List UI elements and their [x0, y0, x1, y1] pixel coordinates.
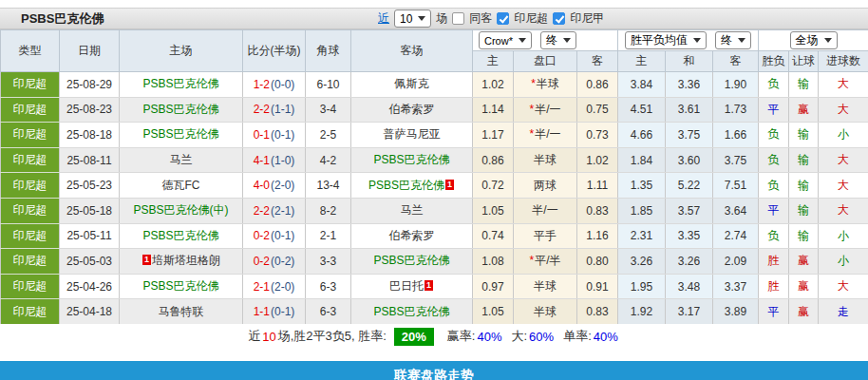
team-name[interactable]: PSBS巴克伦佛: [142, 229, 218, 242]
page: PSBS巴克伦佛 近 10 场 同客 印尼超 印尼甲 类型: [0, 0, 868, 380]
team-name[interactable]: PSBS巴克伦佛: [368, 179, 444, 192]
eu-home-odds-cell: 3.26: [618, 249, 666, 275]
corner-cell: 6-3: [306, 299, 351, 325]
team-name[interactable]: 德瓦FC: [162, 179, 200, 192]
home-team-cell: PSBS巴克伦佛: [120, 274, 243, 299]
team-name[interactable]: 佩斯克: [395, 77, 429, 90]
home-team-cell: 1培斯塔坦格朗: [120, 249, 243, 275]
corner-cell: 3-3: [306, 249, 351, 275]
team-name[interactable]: PSBS巴克伦佛(中): [133, 203, 228, 217]
eu-away-odds-cell: 3.89: [713, 299, 759, 325]
chevron-down-icon: [693, 38, 701, 43]
handicap-result-cell: 赢: [789, 97, 819, 123]
goals-result-cell: 大: [819, 72, 868, 98]
team-name[interactable]: PSBS巴克伦佛: [142, 77, 218, 90]
team-name[interactable]: 伯希索罗: [389, 103, 435, 116]
same-away-checkbox[interactable]: [452, 12, 464, 25]
table-row: 印尼超25-04-18马鲁特联1-1(0-1)6-3PSBS巴克伦佛1.05半球…: [1, 299, 868, 325]
eu-draw-odds-cell: 3.57: [666, 198, 713, 223]
odds-avg-select[interactable]: 胜平负均值: [625, 31, 707, 49]
footer-title: 联赛盘路走势: [0, 368, 868, 380]
league1-checkbox[interactable]: [497, 12, 509, 25]
date-cell: 25-08-11: [60, 147, 120, 173]
eu-away-odds-cell: 3.75: [713, 147, 759, 173]
half-score: (2-0): [271, 280, 294, 294]
chevron-down-icon: [824, 38, 832, 43]
team-name[interactable]: PSBS巴克伦佛: [373, 153, 449, 166]
ah-away-odds-cell: 0.80: [577, 249, 618, 275]
eu-home-odds-cell: 1.85: [618, 198, 666, 223]
team-name[interactable]: PSBS巴克伦佛: [142, 127, 218, 141]
team-name[interactable]: PSBS巴克伦佛: [373, 305, 449, 318]
handicap-result-cell: 输: [789, 123, 819, 148]
table-row: 印尼超25-08-29PSBS巴克伦佛1-2(0-0)6-10佩斯克1.02*半…: [1, 72, 868, 98]
away-team-cell: 伯希索罗: [351, 97, 473, 123]
team-name[interactable]: 马兰: [401, 203, 424, 217]
scope-select[interactable]: 全场: [790, 31, 838, 49]
ah-away-odds-cell: 1.02: [577, 147, 618, 173]
score-cell: 2-2(2-1): [243, 198, 306, 223]
date-cell: 25-05-18: [60, 198, 120, 223]
goals-result-cell: 大: [819, 147, 868, 173]
table-row: 印尼超25-05-23德瓦FC4-0(2-0)13-4PSBS巴克伦佛10.72…: [1, 173, 868, 199]
home-team-cell: 马鲁特联: [120, 299, 243, 325]
col-header-corner: 角球: [306, 30, 351, 72]
league-cell: 印尼超: [1, 97, 60, 123]
goals-result-cell: 小: [819, 249, 868, 275]
team-name[interactable]: 伯希索罗: [389, 229, 435, 242]
score-cell: 4-1(1-0): [243, 147, 306, 173]
team-name[interactable]: PSBS巴克伦佛: [373, 254, 449, 267]
recent-count-select[interactable]: 10: [394, 10, 431, 28]
home-team-cell: PSBS巴克伦佛: [120, 72, 243, 98]
odds-avg-value: 胜平负均值: [631, 32, 688, 48]
handicap-line-cell: 两球: [514, 173, 577, 199]
home-team-cell: 德瓦FC: [120, 173, 243, 199]
recent-link[interactable]: 近: [378, 10, 389, 27]
team-name[interactable]: PSBS巴克伦佛: [142, 103, 218, 116]
full-score: 4-1: [254, 154, 270, 167]
match-history-table: 类型 日期 主场 比分(半场) 角球 客场 Crow* 终: [0, 29, 868, 325]
big-rate-label: 大:: [511, 328, 527, 345]
half-score: (0-1): [271, 229, 294, 242]
team-name[interactable]: 马兰: [170, 153, 193, 166]
team-name[interactable]: 马鲁特联: [159, 305, 204, 318]
col-header-result: 胜负: [759, 51, 789, 72]
date-cell: 25-05-23: [60, 173, 120, 199]
handicap-line-cell: *半球: [514, 72, 577, 98]
handicap-line-cell: *半/一: [514, 123, 577, 148]
team-name[interactable]: 巴日托: [389, 279, 424, 293]
handicap-line-cell: 半/一: [514, 198, 577, 223]
summary-games-count: 10: [262, 330, 275, 344]
ah-home-odds-cell: 1.17: [473, 123, 514, 148]
handicap-result-cell: 输: [789, 223, 819, 249]
team-name[interactable]: PSBS巴克伦佛: [142, 279, 218, 293]
eu-draw-odds-cell: 3.61: [666, 97, 713, 123]
odds-final-select[interactable]: 终: [715, 31, 751, 49]
score-cell: 0-2(0-2): [243, 249, 306, 275]
ah-away-odds-cell: 0.91: [577, 274, 618, 299]
home-team-cell: 马兰: [120, 147, 243, 173]
ah-away-odds-cell: 0.73: [577, 123, 618, 148]
bookmaker-select[interactable]: Crow*: [479, 31, 532, 49]
handicap-result-cell: 输: [789, 72, 819, 98]
handicap-final-select[interactable]: 终: [540, 31, 576, 49]
ah-away-odds-cell: 0.75: [577, 97, 618, 123]
footer-bar: 联赛盘路走势: [0, 361, 868, 380]
result-cell: 负: [759, 223, 789, 249]
away-team-cell: 伯希索罗: [351, 223, 473, 249]
handicap-result-cell: 输: [789, 198, 819, 223]
home-team-cell: PSBS巴克伦佛: [120, 223, 243, 249]
chevron-down-icon: [418, 16, 425, 21]
star-mark: *: [529, 103, 534, 116]
team-name[interactable]: 普萨马尼亚: [384, 127, 441, 141]
star-mark: *: [529, 127, 534, 141]
goals-result-cell: 小: [819, 123, 868, 148]
red-badge: 1: [425, 280, 433, 291]
team-name[interactable]: 培斯塔坦格朗: [152, 254, 220, 267]
table-row: 印尼超25-04-26PSBS巴克伦佛2-1(2-0)6-3巴日托10.97半球…: [1, 274, 868, 299]
away-team-cell: 马兰: [351, 198, 473, 223]
single-rate-value: 40%: [594, 330, 618, 344]
handicap-result-cell: 输: [789, 173, 819, 199]
league2-checkbox[interactable]: [553, 12, 565, 25]
col-header-date: 日期: [60, 30, 120, 72]
